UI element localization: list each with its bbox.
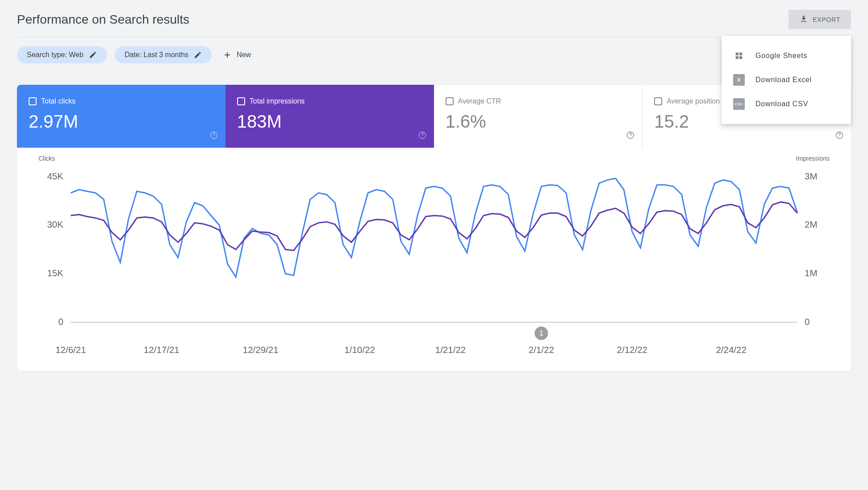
metric-clicks-label: Total clicks	[41, 97, 75, 105]
page-title: Performance on Search results	[17, 12, 189, 27]
svg-text:2M: 2M	[805, 219, 818, 229]
svg-text:3M: 3M	[805, 171, 818, 181]
svg-point-4	[213, 137, 214, 137]
svg-text:15K: 15K	[47, 268, 63, 278]
svg-text:2/24/22: 2/24/22	[716, 345, 747, 355]
export-button[interactable]: EXPORT Google SheetsXDownload ExcelCSVDo…	[789, 10, 851, 29]
svg-rect-2	[739, 53, 739, 59]
metric-ctr-label: Average CTR	[458, 97, 501, 105]
svg-text:30K: 30K	[47, 219, 63, 229]
svg-text:12/6/21: 12/6/21	[55, 345, 86, 355]
svg-text:0: 0	[805, 316, 810, 327]
metric-position-label: Average position	[667, 97, 720, 105]
help-icon[interactable]	[835, 131, 844, 141]
help-icon[interactable]	[418, 131, 427, 141]
help-icon[interactable]	[626, 131, 635, 141]
metric-position-value: 15.2	[654, 112, 839, 132]
new-filter-label: New	[237, 51, 251, 59]
svg-text:2/1/22: 2/1/22	[529, 345, 554, 355]
metric-clicks-value: 2.97M	[29, 112, 214, 132]
metric-ctr-value: 1.6%	[446, 112, 631, 132]
svg-point-6	[422, 137, 422, 137]
export-button-label: EXPORT	[813, 16, 840, 23]
export-google-sheets-icon	[733, 50, 745, 62]
svg-text:1: 1	[539, 329, 543, 337]
svg-text:45K: 45K	[47, 171, 63, 181]
export-google-sheets-label: Google Sheets	[755, 52, 807, 60]
metric-total-clicks[interactable]: Total clicks 2.97M	[17, 85, 225, 148]
edit-icon	[89, 51, 97, 59]
filter-chip-search-type-label: Search type: Web	[27, 51, 83, 59]
checkbox-unchecked-icon	[446, 97, 454, 105]
svg-text:1/21/22: 1/21/22	[435, 345, 466, 355]
svg-text:12/17/21: 12/17/21	[144, 345, 179, 355]
export-download-excel-label: Download Excel	[755, 76, 812, 84]
metric-average-position[interactable]: Average position 15.2	[643, 85, 851, 148]
metric-impressions-label: Total impressions	[250, 97, 305, 105]
checkbox-unchecked-icon	[654, 97, 662, 105]
download-icon	[799, 14, 808, 25]
svg-text:0: 0	[58, 316, 63, 327]
edit-icon	[194, 51, 202, 59]
chart-y-left-label: Clicks	[38, 155, 55, 162]
filter-chip-date[interactable]: Date: Last 3 months	[115, 46, 212, 63]
checkbox-checked-icon	[237, 97, 245, 105]
svg-text:12/29/21: 12/29/21	[243, 345, 279, 355]
metric-impressions-value: 183M	[237, 112, 422, 132]
plus-icon: +	[224, 49, 230, 61]
metric-total-impressions[interactable]: Total impressions 183M	[225, 85, 434, 148]
filter-chip-date-label: Date: Last 3 months	[125, 51, 188, 59]
svg-point-10	[839, 137, 839, 137]
chart-svg: 45K30K15K03M2M1M012/6/2112/17/2112/29/21…	[30, 158, 838, 366]
svg-text:2/12/22: 2/12/22	[617, 345, 648, 355]
help-icon[interactable]	[209, 131, 218, 141]
metric-average-ctr[interactable]: Average CTR 1.6%	[434, 85, 643, 148]
chart-y-right-label: Impressions	[796, 155, 830, 162]
filter-chip-search-type[interactable]: Search type: Web	[17, 46, 107, 63]
checkbox-checked-icon	[29, 97, 37, 105]
svg-point-8	[630, 137, 631, 137]
export-google-sheets[interactable]: Google Sheets	[722, 44, 851, 68]
new-filter-button[interactable]: + New	[224, 49, 251, 61]
export-download-excel-icon: X	[733, 74, 745, 86]
svg-text:1/10/22: 1/10/22	[344, 345, 375, 355]
performance-chart: Clicks Impressions 45K30K15K03M2M1M012/6…	[17, 148, 851, 371]
svg-text:1M: 1M	[805, 268, 818, 278]
